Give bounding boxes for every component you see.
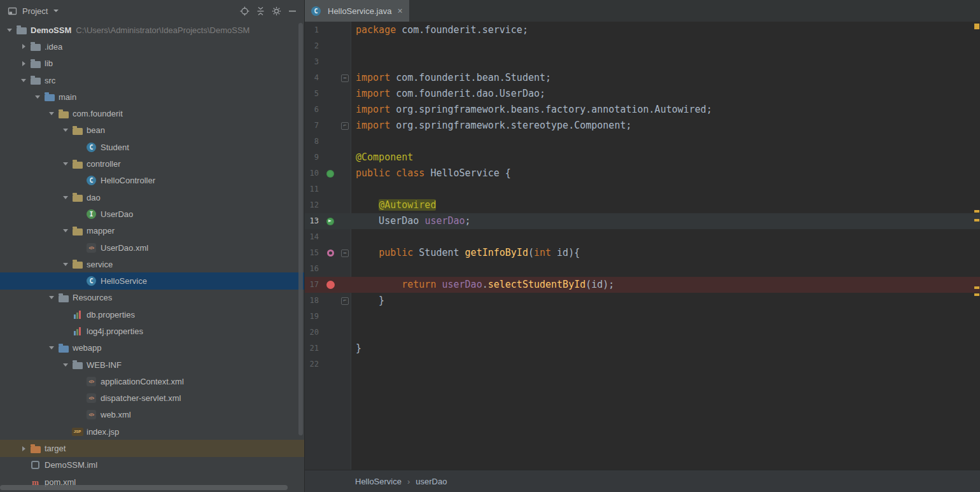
tree-row-src[interactable]: src <box>0 72 304 88</box>
tree-row-index-jsp[interactable]: JSPindex.jsp <box>0 423 304 440</box>
code-line-14[interactable]: 14 <box>305 229 980 245</box>
code-line-19[interactable]: 19 <box>305 309 980 325</box>
line-number[interactable]: 19 <box>305 309 322 325</box>
chevron-expanded-icon[interactable] <box>60 363 71 367</box>
tree-row-target[interactable]: target <box>0 440 304 456</box>
code-line-16[interactable]: 16 <box>305 261 980 277</box>
error-stripe-mark[interactable] <box>974 293 979 296</box>
chevron-down-icon[interactable] <box>53 10 59 12</box>
tree-row-main[interactable]: main <box>0 88 304 105</box>
tree-row-dispatcher-servlet-xml[interactable]: </>dispatcher-servlet.xml <box>0 390 304 407</box>
tree-row-student[interactable]: CStudent <box>0 139 304 155</box>
line-number[interactable]: 5 <box>305 86 322 102</box>
spring-autowired-icon[interactable] <box>322 213 339 229</box>
tree-row-applicationcontext-xml[interactable]: </>applicationContext.xml <box>0 373 304 390</box>
code-line-11[interactable]: 11 <box>305 181 980 197</box>
error-stripe-mark[interactable] <box>974 210 979 213</box>
line-number[interactable]: 13 <box>305 213 322 229</box>
close-tab-icon[interactable]: × <box>397 6 402 15</box>
tree-row-db-properties[interactable]: db.properties <box>0 306 304 323</box>
line-number[interactable]: 22 <box>305 356 322 372</box>
chevron-expanded-icon[interactable] <box>60 229 71 232</box>
line-number[interactable]: 4 <box>305 70 322 86</box>
line-number[interactable]: 8 <box>305 134 322 150</box>
tree-row-bean[interactable]: bean <box>0 122 304 139</box>
collapse-all-icon[interactable] <box>255 6 266 16</box>
line-number[interactable]: 11 <box>305 181 322 197</box>
spring-bean-icon[interactable] <box>322 165 339 181</box>
error-stripe-mark[interactable] <box>974 219 979 221</box>
code-line-4[interactable]: 4import com.founderit.bean.Student; <box>305 70 980 86</box>
tree-row-web-inf[interactable]: WEB-INF <box>0 356 304 373</box>
code-line-6[interactable]: 6import org.springframework.beans.factor… <box>305 102 980 118</box>
breakpoint-icon[interactable] <box>322 277 339 293</box>
tree-row-demossm-iml[interactable]: DemoSSM.iml <box>0 457 304 474</box>
tree-row-userdao[interactable]: IUserDao <box>0 206 304 222</box>
tree-row-idea[interactable]: .idea <box>0 38 304 55</box>
hide-panel-icon[interactable] <box>286 6 298 16</box>
tree-row-log4j-properties[interactable]: log4j.properties <box>0 323 304 339</box>
scrollbar-thumb[interactable] <box>298 23 303 435</box>
line-number[interactable]: 12 <box>305 197 322 213</box>
code-line-22[interactable]: 22 <box>305 356 980 372</box>
tree-row-webapp[interactable]: webapp <box>0 340 304 356</box>
line-number[interactable]: 7 <box>305 118 322 134</box>
code-line-15[interactable]: 15 public Student getInfoById(int id){ <box>305 245 980 261</box>
chevron-expanded-icon[interactable] <box>4 29 15 32</box>
chevron-expanded-icon[interactable] <box>60 196 71 199</box>
chevron-expanded-icon[interactable] <box>60 162 71 165</box>
code-line-18[interactable]: 18 } <box>305 293 980 309</box>
code-line-20[interactable]: 20 <box>305 325 980 341</box>
chevron-collapsed-icon[interactable] <box>18 446 29 451</box>
fold-marker-start[interactable] <box>339 70 351 86</box>
error-stripe-mark[interactable] <box>974 24 979 29</box>
code-line-17[interactable]: 17 return userDao.selectStudentById(id); <box>305 277 980 293</box>
tab-helloservice-java[interactable]: C HelloService.java × <box>305 0 409 22</box>
line-number[interactable]: 2 <box>305 38 322 54</box>
code-line-8[interactable]: 8 <box>305 134 980 150</box>
line-number[interactable]: 3 <box>305 54 322 70</box>
tree-vertical-scrollbar[interactable] <box>298 22 304 484</box>
line-number[interactable]: 20 <box>305 325 322 341</box>
line-number[interactable]: 21 <box>305 341 322 356</box>
locate-file-icon[interactable] <box>239 6 250 16</box>
chevron-expanded-icon[interactable] <box>60 129 71 132</box>
line-number[interactable]: 1 <box>305 22 322 38</box>
chevron-collapsed-icon[interactable] <box>18 44 29 49</box>
line-number[interactable]: 9 <box>305 150 322 165</box>
code-line-7[interactable]: 7import org.springframework.stereotype.C… <box>305 118 980 134</box>
tree-row-demossm[interactable]: DemoSSMC:\Users\Administrator\IdeaProjec… <box>0 22 304 38</box>
line-number[interactable]: 15 <box>305 245 322 261</box>
breadcrumb-helloservice[interactable]: HelloService <box>355 477 402 486</box>
line-number[interactable]: 16 <box>305 261 322 277</box>
code-editor[interactable]: 1package com.founderit.service;234import… <box>305 22 980 470</box>
tree-row-helloservice[interactable]: CHelloService <box>0 272 304 289</box>
code-line-12[interactable]: 12 @Autowired <box>305 197 980 213</box>
chevron-collapsed-icon[interactable] <box>18 61 29 66</box>
chevron-expanded-icon[interactable] <box>18 79 29 82</box>
chevron-expanded-icon[interactable] <box>46 296 57 299</box>
chevron-expanded-icon[interactable] <box>32 95 43 99</box>
code-line-21[interactable]: 21} <box>305 341 980 356</box>
scrollbar-thumb[interactable] <box>0 485 288 490</box>
project-panel-title[interactable]: Project <box>22 6 48 16</box>
breadcrumb-userdao[interactable]: userDao <box>416 477 447 486</box>
code-line-1[interactable]: 1package com.founderit.service; <box>305 22 980 38</box>
settings-gear-icon[interactable] <box>270 6 282 16</box>
chevron-expanded-icon[interactable] <box>46 112 57 115</box>
tree-row-service[interactable]: service <box>0 256 304 272</box>
line-number[interactable]: 10 <box>305 165 322 181</box>
code-line-10[interactable]: 10public class HelloService { <box>305 165 980 181</box>
tree-row-web-xml[interactable]: </>web.xml <box>0 407 304 423</box>
fold-marker-start[interactable] <box>339 245 351 261</box>
code-line-3[interactable]: 3 <box>305 54 980 70</box>
error-stripe-mark[interactable] <box>974 286 979 289</box>
chevron-expanded-icon[interactable] <box>60 263 71 266</box>
line-number[interactable]: 18 <box>305 293 322 309</box>
chevron-expanded-icon[interactable] <box>46 346 57 349</box>
tree-row-mapper[interactable]: mapper <box>0 223 304 239</box>
code-line-2[interactable]: 2 <box>305 38 980 54</box>
code-line-13[interactable]: 13 UserDao userDao; <box>305 213 980 229</box>
tree-row-dao[interactable]: dao <box>0 189 304 206</box>
line-number[interactable]: 6 <box>305 102 322 118</box>
